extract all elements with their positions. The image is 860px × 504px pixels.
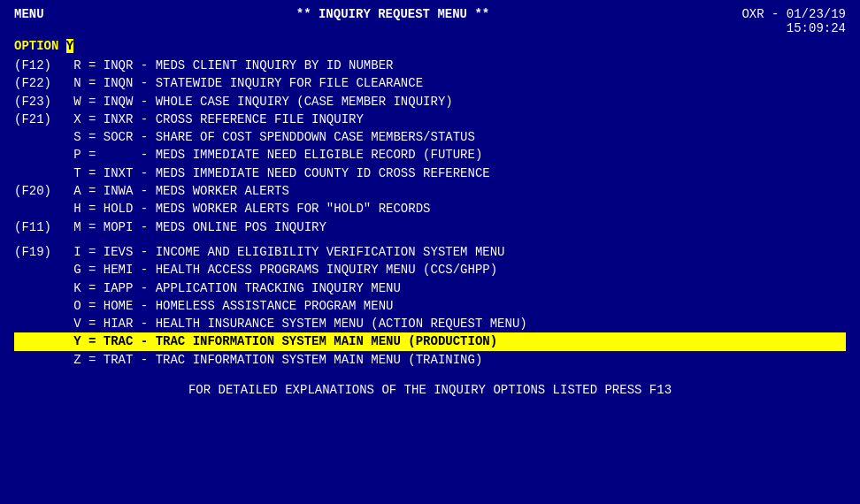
list-item: T = INXT - MEDS IMMEDIATE NEED COUNTY ID… [14,164,846,182]
footer: FOR DETAILED EXPLANATIONS OF THE INQUIRY… [14,383,846,397]
menu-label: MENU [14,7,44,35]
list-item: (F22) N = INQN - STATEWIDE INQUIRY FOR F… [14,74,846,92]
list-item: (F19) I = IEVS - INCOME AND ELIGIBILITY … [14,243,846,261]
list-item: Y = TRAC - TRAC INFORMATION SYSTEM MAIN … [14,332,846,350]
menu-group-1: (F12) R = INQR - MEDS CLIENT INQUIRY BY … [14,57,846,236]
list-item: V = HIAR - HEALTH INSURANCE SYSTEM MENU … [14,315,846,332]
option-label: OPTION [14,39,58,53]
list-item: Z = TRAT - TRAC INFORMATION SYSTEM MAIN … [14,351,846,369]
header: MENU ** INQUIRY REQUEST MENU ** OXR - 01… [14,7,846,35]
list-item: G = HEMI - HEALTH ACCESS PROGRAMS INQUIR… [14,261,846,279]
option-field[interactable]: Y [66,39,73,53]
list-item: O = HOME - HOMELESS ASSISTANCE PROGRAM M… [14,297,846,315]
list-item: P = - MEDS IMMEDIATE NEED ELIGIBLE RECOR… [14,146,846,164]
list-item: (F23) W = INQW - WHOLE CASE INQUIRY (CAS… [14,93,846,111]
option-row: OPTION Y [14,39,846,53]
system-info: OXR - 01/23/19 15:09:24 [741,7,846,35]
screen-title: ** INQUIRY REQUEST MENU ** [44,7,742,35]
menu-group-2: (F19) I = IEVS - INCOME AND ELIGIBILITY … [14,243,846,369]
list-item: S = SOCR - SHARE OF COST SPENDDOWN CASE … [14,128,846,146]
list-item: (F21) X = INXR - CROSS REFERENCE FILE IN… [14,111,846,128]
list-item: K = IAPP - APPLICATION TRACKING INQUIRY … [14,279,846,297]
screen: MENU ** INQUIRY REQUEST MENU ** OXR - 01… [0,0,860,504]
list-item: (F20) A = INWA - MEDS WORKER ALERTS [14,182,846,200]
list-item: (F12) R = INQR - MEDS CLIENT INQUIRY BY … [14,57,846,74]
list-item: (F11) M = MOPI - MEDS ONLINE POS INQUIRY [14,218,846,236]
list-item: H = HOLD - MEDS WORKER ALERTS FOR "HOLD"… [14,200,846,218]
